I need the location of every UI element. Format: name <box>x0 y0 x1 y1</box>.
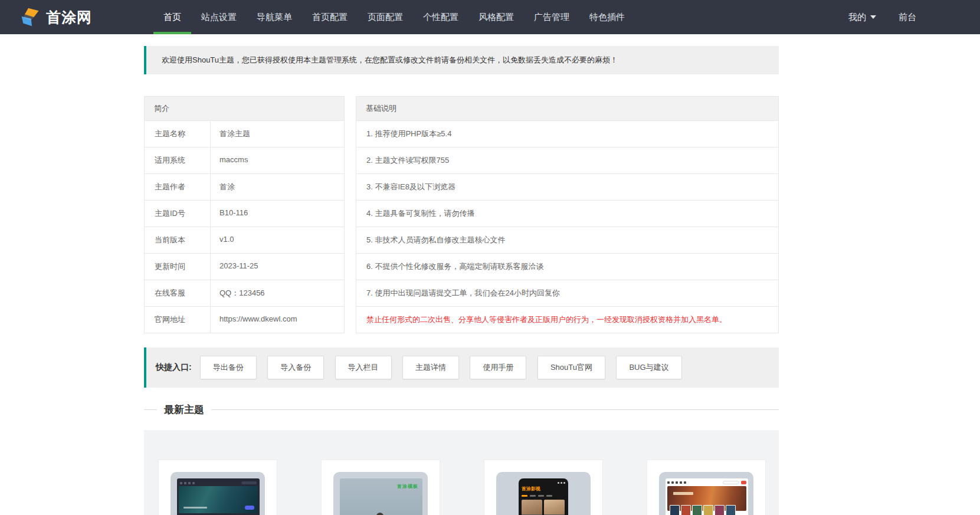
theme-2-preview-screenshot: 首涂模板 ▶ <box>340 478 422 515</box>
theme-1-preview-screenshot <box>177 478 260 515</box>
nav-item[interactable]: 首页 <box>153 0 191 34</box>
main-content: 欢迎使用ShouTu主题，您已获得授权使用本主题管理系统，在您配置或修改文件前请… <box>144 46 779 515</box>
quick-entry-panel: 快捷入口: 导出备份 导入备份 导入栏目 主题详情 使用手册 ShouTu官网 … <box>144 347 779 388</box>
note-row: 2. 主题文件读写权限755 <box>356 147 778 173</box>
nav-item[interactable]: 首页配置 <box>302 0 358 34</box>
divider-line <box>144 409 157 410</box>
latest-themes-panel: 首涂模板 ▶ 首涂影视 <box>144 430 779 515</box>
theme-card-3[interactable]: 首涂影视 ▲ <box>484 460 603 515</box>
nav-item-label: 导航菜单 <box>257 12 292 23</box>
nav-item-label: 页面配置 <box>368 12 403 23</box>
theme-3-thumbnail: 首涂影视 ▲ <box>496 472 591 515</box>
logo-text: 首涂网 <box>46 8 92 27</box>
intro-row-value: https://www.dkewl.com <box>211 307 344 333</box>
quick-entry-button[interactable]: 导入栏目 <box>335 356 392 379</box>
theme-2-thumbnail: 首涂模板 ▶ <box>333 472 428 515</box>
nav-item-label: 首页 <box>163 12 181 23</box>
nav-item[interactable]: 页面配置 <box>358 0 413 34</box>
intro-table-row: 主题作者 首涂 <box>145 173 344 200</box>
nav-item-label: 广告管理 <box>534 12 569 23</box>
theme-card-2[interactable]: 首涂模板 ▶ <box>321 460 440 515</box>
theme-4-thumbnail <box>659 472 753 515</box>
theme-3-preview-screenshot: 首涂影视 ▲ <box>519 478 568 515</box>
note-row: 7. 使用中出现问题请提交工单，我们会在24小时内回复你 <box>356 280 778 306</box>
intro-row-value: v1.0 <box>211 227 344 253</box>
intro-row-value: 2023-11-25 <box>211 254 344 280</box>
nav-item[interactable]: 广告管理 <box>524 0 579 34</box>
nav-item[interactable]: 导航菜单 <box>247 0 302 34</box>
info-tables: 简介 主题名称 首涂主题 适用系统 maccms 主题作者 首涂 主题ID号 B… <box>144 96 779 333</box>
intro-row-value: 首涂 <box>211 174 344 200</box>
theme-card-1[interactable] <box>158 460 277 515</box>
note-row: 4. 主题具备可复制性，请勿传播 <box>356 200 778 227</box>
my-account-menu[interactable]: 我的 <box>848 12 876 23</box>
intro-row-label: 主题名称 <box>145 121 211 147</box>
latest-themes-section-title: 最新主题 <box>144 403 779 416</box>
nav-item-label: 首页配置 <box>312 12 348 23</box>
intro-table-row: 主题名称 首涂主题 <box>145 120 344 147</box>
intro-row-value: 首涂主题 <box>211 121 344 147</box>
chevron-down-icon <box>870 15 876 19</box>
nav-item[interactable]: 风格配置 <box>468 0 524 34</box>
quick-entry-button[interactable]: BUG与建议 <box>616 356 681 379</box>
intro-table-row: 官网地址 https://www.dkewl.com <box>145 306 344 333</box>
intro-row-value: QQ：123456 <box>211 280 344 306</box>
my-account-label: 我的 <box>848 12 866 23</box>
notes-table: 基础说明 1. 推荐使用PHP版本≥5.4 2. 主题文件读写权限755 3. … <box>356 96 779 333</box>
intro-row-label: 主题作者 <box>145 174 211 200</box>
theme-card-4[interactable] <box>647 460 766 515</box>
intro-row-label: 官网地址 <box>145 307 211 333</box>
player-watermark: 首涂模板 <box>397 483 418 490</box>
nav-item[interactable]: 特色插件 <box>579 0 635 34</box>
mobile-brand-text: 首涂影视 <box>522 486 565 492</box>
license-warning-text: 禁止任何形式的二次出售、分享他人等侵害作者及正版用户的行为，一经发现取消授权资格… <box>356 306 778 333</box>
quick-entry-button[interactable]: 导入备份 <box>267 356 324 379</box>
intro-table-row: 更新时间 2023-11-25 <box>145 253 344 280</box>
intro-table-row: 在线客服 QQ：123456 <box>145 280 344 306</box>
divider-line <box>211 409 779 410</box>
theme-4-preview-screenshot <box>666 478 748 515</box>
note-row: 5. 非技术人员请勿私自修改主题核心文件 <box>356 227 778 253</box>
quick-entry-button[interactable]: 使用手册 <box>470 356 526 379</box>
intro-table: 简介 主题名称 首涂主题 适用系统 maccms 主题作者 首涂 主题ID号 B… <box>144 96 345 333</box>
notes-table-header: 基础说明 <box>356 97 778 120</box>
section-title-text: 最新主题 <box>164 403 204 416</box>
note-row: 1. 推荐使用PHP版本≥5.4 <box>356 120 778 147</box>
intro-table-row: 主题ID号 B10-116 <box>145 200 344 227</box>
nav-item-label: 站点设置 <box>201 12 237 23</box>
quick-entry-button[interactable]: 导出备份 <box>200 356 257 379</box>
intro-row-label: 更新时间 <box>145 254 211 280</box>
nav-item[interactable]: 站点设置 <box>191 0 247 34</box>
quick-entry-buttons: 导出备份 导入备份 导入栏目 主题详情 使用手册 ShouTu官网 BUG与建议 <box>192 356 682 379</box>
intro-table-header: 简介 <box>145 97 344 120</box>
top-navbar: 首涂网 首页 站点设置 导航菜单 首页配置 页面配置 个性配置 风格配置 广告管… <box>0 0 980 34</box>
intro-table-row: 当前版本 v1.0 <box>145 227 344 253</box>
quick-entry-button[interactable]: ShouTu官网 <box>537 356 605 379</box>
welcome-text: 欢迎使用ShouTu主题，您已获得授权使用本主题管理系统，在您配置或修改文件前请… <box>162 55 618 64</box>
intro-table-row: 适用系统 maccms <box>145 147 344 173</box>
nav-item[interactable]: 个性配置 <box>413 0 468 34</box>
nav-right: 我的 前台 <box>848 0 916 34</box>
logo[interactable]: 首涂网 <box>20 0 92 34</box>
intro-row-label: 在线客服 <box>145 280 211 306</box>
nav-item-label: 风格配置 <box>478 12 514 23</box>
frontend-label: 前台 <box>899 12 916 23</box>
quick-entry-button[interactable]: 主题详情 <box>402 356 459 379</box>
note-row: 3. 不兼容IE8及以下浏览器 <box>356 173 778 200</box>
nav-item-label: 特色插件 <box>589 12 625 23</box>
note-row: 6. 不提供个性化修改服务，高端定制请联系客服洽谈 <box>356 253 778 280</box>
intro-table-body: 主题名称 首涂主题 适用系统 maccms 主题作者 首涂 主题ID号 B10-… <box>145 120 344 333</box>
theme-1-thumbnail <box>171 472 265 515</box>
quick-entry-label: 快捷入口: <box>156 362 192 373</box>
nav-item-label: 个性配置 <box>423 12 458 23</box>
main-nav: 首页 站点设置 导航菜单 首页配置 页面配置 个性配置 风格配置 广告管理 特色… <box>153 0 635 34</box>
frontend-link[interactable]: 前台 <box>899 12 916 23</box>
intro-row-value: B10-116 <box>211 201 344 227</box>
notes-table-body: 1. 推荐使用PHP版本≥5.4 2. 主题文件读写权限755 3. 不兼容IE… <box>356 120 778 306</box>
intro-row-label: 适用系统 <box>145 147 211 173</box>
intro-row-label: 当前版本 <box>145 227 211 253</box>
logo-icon <box>19 6 41 28</box>
intro-row-value: maccms <box>211 147 344 173</box>
intro-row-label: 主题ID号 <box>145 201 211 227</box>
welcome-banner: 欢迎使用ShouTu主题，您已获得授权使用本主题管理系统，在您配置或修改文件前请… <box>144 46 779 74</box>
